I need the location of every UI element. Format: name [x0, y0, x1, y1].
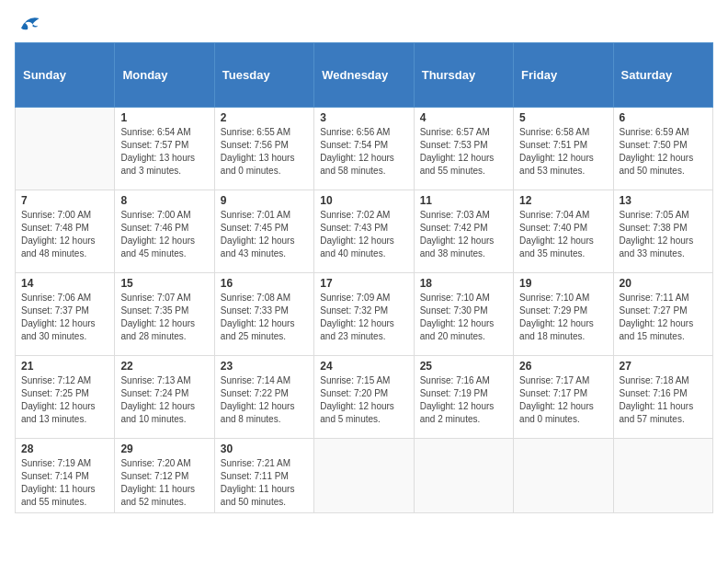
day-number: 26	[519, 360, 607, 373]
day-number: 20	[620, 277, 707, 290]
calendar-cell: 22 Sunrise: 7:13 AMSunset: 7:24 PMDaylig…	[115, 356, 214, 439]
day-number: 3	[320, 111, 407, 124]
day-number: 21	[21, 360, 108, 373]
day-number: 15	[120, 277, 208, 290]
day-info: Sunrise: 7:06 AMSunset: 7:37 PMDaylight:…	[21, 292, 108, 343]
calendar-cell	[613, 439, 712, 513]
calendar-table: SundayMondayTuesdayWednesdayThursdayFrid…	[15, 42, 713, 513]
day-info: Sunrise: 7:02 AMSunset: 7:43 PMDaylight:…	[320, 209, 407, 260]
calendar-cell: 15 Sunrise: 7:07 AMSunset: 7:35 PMDaylig…	[115, 273, 214, 356]
calendar-cell: 19 Sunrise: 7:10 AMSunset: 7:29 PMDaylig…	[514, 273, 613, 356]
calendar-cell	[314, 439, 414, 513]
day-number: 17	[320, 277, 407, 290]
weekday-header-row: SundayMondayTuesdayWednesdayThursdayFrid…	[16, 43, 713, 108]
calendar-cell	[514, 439, 613, 513]
calendar-cell	[16, 108, 115, 190]
calendar-cell: 6 Sunrise: 6:59 AMSunset: 7:50 PMDayligh…	[613, 108, 712, 190]
calendar-cell: 20 Sunrise: 7:11 AMSunset: 7:27 PMDaylig…	[613, 273, 712, 356]
day-number: 28	[21, 442, 108, 455]
calendar-cell: 27 Sunrise: 7:18 AMSunset: 7:16 PMDaylig…	[613, 356, 712, 439]
calendar-week-row: 21 Sunrise: 7:12 AMSunset: 7:25 PMDaylig…	[16, 356, 713, 439]
calendar-week-row: 1 Sunrise: 6:54 AMSunset: 7:57 PMDayligh…	[16, 108, 713, 190]
calendar-cell: 4 Sunrise: 6:57 AMSunset: 7:53 PMDayligh…	[414, 108, 513, 190]
day-info: Sunrise: 7:14 AMSunset: 7:22 PMDaylight:…	[221, 374, 308, 426]
day-info: Sunrise: 7:10 AMSunset: 7:29 PMDaylight:…	[519, 292, 607, 343]
weekday-header-friday: Friday	[514, 43, 613, 108]
calendar-cell: 5 Sunrise: 6:58 AMSunset: 7:51 PMDayligh…	[514, 108, 613, 190]
day-info: Sunrise: 7:08 AMSunset: 7:33 PMDaylight:…	[221, 292, 308, 343]
day-info: Sunrise: 6:54 AMSunset: 7:57 PMDaylight:…	[120, 126, 208, 178]
day-number: 25	[420, 360, 507, 373]
day-number: 16	[221, 277, 308, 290]
day-info: Sunrise: 7:13 AMSunset: 7:24 PMDaylight:…	[120, 374, 208, 426]
day-info: Sunrise: 7:20 AMSunset: 7:12 PMDaylight:…	[120, 457, 208, 509]
day-info: Sunrise: 7:17 AMSunset: 7:17 PMDaylight:…	[519, 374, 607, 426]
day-info: Sunrise: 7:12 AMSunset: 7:25 PMDaylight:…	[21, 374, 108, 426]
day-info: Sunrise: 6:55 AMSunset: 7:56 PMDaylight:…	[221, 126, 308, 178]
day-info: Sunrise: 7:04 AMSunset: 7:40 PMDaylight:…	[519, 209, 607, 260]
calendar-cell: 28 Sunrise: 7:19 AMSunset: 7:14 PMDaylig…	[16, 439, 115, 513]
day-number: 29	[120, 442, 208, 455]
day-info: Sunrise: 7:01 AMSunset: 7:45 PMDaylight:…	[221, 209, 308, 260]
day-number: 12	[519, 194, 607, 207]
calendar-cell: 13 Sunrise: 7:05 AMSunset: 7:38 PMDaylig…	[613, 190, 712, 273]
day-info: Sunrise: 6:59 AMSunset: 7:50 PMDaylight:…	[620, 126, 707, 178]
day-number: 22	[120, 360, 208, 373]
day-number: 18	[420, 277, 507, 290]
day-info: Sunrise: 7:18 AMSunset: 7:16 PMDaylight:…	[620, 374, 707, 426]
day-info: Sunrise: 7:09 AMSunset: 7:32 PMDaylight:…	[320, 292, 407, 343]
day-number: 27	[620, 360, 707, 373]
calendar-cell: 9 Sunrise: 7:01 AMSunset: 7:45 PMDayligh…	[214, 190, 313, 273]
day-info: Sunrise: 6:58 AMSunset: 7:51 PMDaylight:…	[519, 126, 607, 178]
calendar-cell: 11 Sunrise: 7:03 AMSunset: 7:42 PMDaylig…	[414, 190, 513, 273]
page-header	[15, 15, 713, 35]
calendar-cell: 8 Sunrise: 7:00 AMSunset: 7:46 PMDayligh…	[115, 190, 214, 273]
calendar-cell: 24 Sunrise: 7:15 AMSunset: 7:20 PMDaylig…	[314, 356, 414, 439]
calendar-cell: 29 Sunrise: 7:20 AMSunset: 7:12 PMDaylig…	[115, 439, 214, 513]
day-number: 8	[120, 194, 208, 207]
calendar-cell	[414, 439, 513, 513]
calendar-cell: 17 Sunrise: 7:09 AMSunset: 7:32 PMDaylig…	[314, 273, 414, 356]
day-number: 24	[320, 360, 407, 373]
calendar-cell: 21 Sunrise: 7:12 AMSunset: 7:25 PMDaylig…	[16, 356, 115, 439]
calendar-cell: 2 Sunrise: 6:55 AMSunset: 7:56 PMDayligh…	[214, 108, 313, 190]
day-number: 10	[320, 194, 407, 207]
day-info: Sunrise: 7:00 AMSunset: 7:46 PMDaylight:…	[120, 209, 208, 260]
calendar-cell: 7 Sunrise: 7:00 AMSunset: 7:48 PMDayligh…	[16, 190, 115, 273]
calendar-cell: 18 Sunrise: 7:10 AMSunset: 7:30 PMDaylig…	[414, 273, 513, 356]
day-info: Sunrise: 7:19 AMSunset: 7:14 PMDaylight:…	[21, 457, 108, 509]
day-number: 14	[21, 277, 108, 290]
weekday-header-wednesday: Wednesday	[314, 43, 414, 108]
logo[interactable]	[15, 15, 44, 35]
calendar-cell: 23 Sunrise: 7:14 AMSunset: 7:22 PMDaylig…	[214, 356, 313, 439]
calendar-cell: 12 Sunrise: 7:04 AMSunset: 7:40 PMDaylig…	[514, 190, 613, 273]
day-number: 9	[221, 194, 308, 207]
day-number: 30	[221, 442, 308, 455]
day-number: 11	[420, 194, 507, 207]
weekday-header-thursday: Thursday	[414, 43, 513, 108]
weekday-header-saturday: Saturday	[613, 43, 712, 108]
day-info: Sunrise: 7:15 AMSunset: 7:20 PMDaylight:…	[320, 374, 407, 426]
day-info: Sunrise: 7:21 AMSunset: 7:11 PMDaylight:…	[221, 457, 308, 509]
day-number: 13	[620, 194, 707, 207]
calendar-cell: 10 Sunrise: 7:02 AMSunset: 7:43 PMDaylig…	[314, 190, 414, 273]
calendar-cell: 30 Sunrise: 7:21 AMSunset: 7:11 PMDaylig…	[214, 439, 313, 513]
calendar-cell: 25 Sunrise: 7:16 AMSunset: 7:19 PMDaylig…	[414, 356, 513, 439]
day-number: 23	[221, 360, 308, 373]
day-number: 19	[519, 277, 607, 290]
day-number: 2	[221, 111, 308, 124]
day-info: Sunrise: 7:07 AMSunset: 7:35 PMDaylight:…	[120, 292, 208, 343]
calendar-week-row: 7 Sunrise: 7:00 AMSunset: 7:48 PMDayligh…	[16, 190, 713, 273]
day-number: 1	[120, 111, 208, 124]
calendar-cell: 16 Sunrise: 7:08 AMSunset: 7:33 PMDaylig…	[214, 273, 313, 356]
logo-bird-icon	[15, 15, 40, 35]
day-number: 5	[519, 111, 607, 124]
day-info: Sunrise: 7:16 AMSunset: 7:19 PMDaylight:…	[420, 374, 507, 426]
weekday-header-monday: Monday	[115, 43, 214, 108]
day-number: 6	[620, 111, 707, 124]
day-info: Sunrise: 7:10 AMSunset: 7:30 PMDaylight:…	[420, 292, 507, 343]
weekday-header-sunday: Sunday	[16, 43, 115, 108]
day-number: 4	[420, 111, 507, 124]
calendar-cell: 26 Sunrise: 7:17 AMSunset: 7:17 PMDaylig…	[514, 356, 613, 439]
calendar-week-row: 28 Sunrise: 7:19 AMSunset: 7:14 PMDaylig…	[16, 439, 713, 513]
